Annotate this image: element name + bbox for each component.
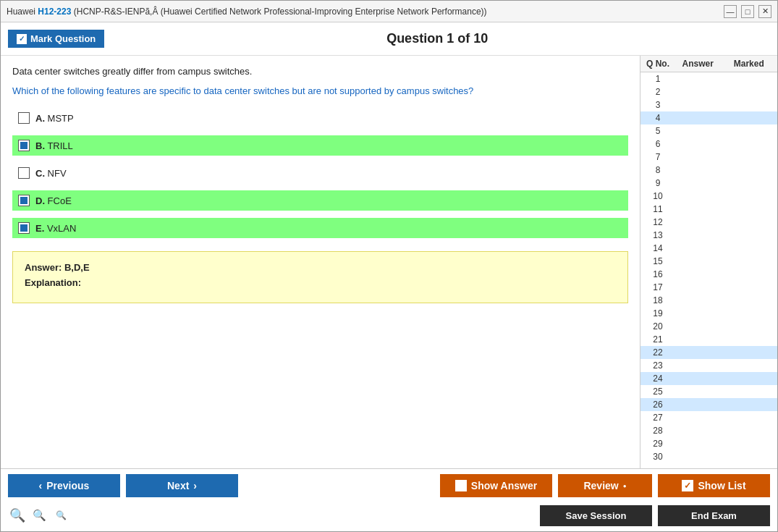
sidebar-row[interactable]: 6 [640, 138, 777, 151]
mark-icon [17, 34, 27, 44]
minimize-button[interactable]: — [724, 5, 737, 18]
sidebar-row-no: 27 [643, 413, 672, 423]
sidebar-row-no: 9 [643, 178, 672, 188]
checkbox-d[interactable] [18, 195, 30, 206]
sidebar-row[interactable]: 26 [640, 398, 777, 411]
sidebar-list[interactable]: 1234567891011121314151617181920212223242… [640, 72, 777, 468]
close-button[interactable]: ✕ [758, 5, 771, 18]
sidebar-row-no: 7 [643, 152, 672, 162]
sidebar-row-no: 4 [643, 113, 672, 123]
answer-box: Answer: B,D,E Explanation: [12, 251, 628, 303]
option-b-text: B. TRILL [35, 140, 73, 151]
review-button[interactable]: Review ● [558, 474, 652, 497]
option-c[interactable]: C. NFV [12, 163, 628, 183]
sidebar-row[interactable]: 2 [640, 85, 777, 98]
titlebar: Huawei H12-223 (HCNP-R&S-IENPã,Â (Huawei… [1, 1, 777, 22]
sidebar-row[interactable]: 23 [640, 359, 777, 372]
sidebar-row-no: 28 [643, 426, 672, 436]
checkbox-c[interactable] [18, 167, 30, 179]
sidebar-row-no: 22 [643, 347, 672, 358]
sidebar-row[interactable]: 21 [640, 333, 777, 346]
sidebar-row[interactable]: 16 [640, 268, 777, 281]
sidebar-row[interactable]: 5 [640, 124, 777, 138]
sidebar-row-no: 8 [643, 165, 672, 175]
save-session-label: Save Session [566, 510, 627, 521]
titlebar-code: H12-223 [38, 7, 71, 17]
sidebar-row[interactable]: 10 [640, 190, 777, 203]
zoom-out-button[interactable]: 🔍 [51, 506, 70, 525]
sidebar-row[interactable]: 25 [640, 385, 777, 398]
checkbox-e[interactable] [18, 222, 30, 234]
sidebar-col-qno: Q No. [643, 59, 672, 69]
sidebar-row[interactable]: 8 [640, 164, 777, 177]
sidebar-row-no: 13 [643, 230, 672, 240]
end-exam-button[interactable]: End Exam [658, 505, 770, 526]
next-button[interactable]: Next › [126, 474, 238, 497]
sidebar-row[interactable]: 15 [640, 255, 777, 268]
answer-text: Answer: B,D,E [25, 262, 616, 273]
question-panel: Data center switches greatly differ from… [1, 56, 640, 468]
sidebar-row-no: 24 [643, 373, 672, 384]
mark-question-button[interactable]: Mark Question [8, 30, 104, 48]
show-answer-label: Show Answer [471, 480, 537, 491]
sidebar-row-no: 30 [643, 452, 672, 462]
previous-button[interactable]: ‹ Previous [8, 474, 120, 497]
sidebar-row[interactable]: 12 [640, 216, 777, 229]
option-d-text: D. FCoE [35, 195, 72, 206]
main-content: Data center switches greatly differ from… [1, 56, 777, 468]
save-session-button[interactable]: Save Session [540, 505, 652, 526]
next-arrow-icon: › [193, 480, 197, 491]
question-text2: Which of the following features are spec… [12, 85, 628, 96]
sidebar-col-marked: Marked [724, 59, 775, 69]
checkbox-a[interactable] [18, 112, 30, 124]
show-list-label: Show List [698, 480, 745, 491]
zoom-controls: 🔍 🔍 🔍 [8, 506, 70, 525]
mark-question-label: Mark Question [30, 33, 96, 44]
sidebar-row[interactable]: 22 [640, 346, 777, 359]
sidebar-row[interactable]: 19 [640, 307, 777, 320]
sidebar-row[interactable]: 7 [640, 151, 777, 164]
option-c-text: C. NFV [35, 168, 67, 179]
sidebar-row[interactable]: 3 [640, 98, 777, 111]
nav-row: ‹ Previous Next › Show Answer Review ● ✓… [1, 469, 777, 502]
show-list-button[interactable]: ✓ Show List [658, 474, 770, 497]
sidebar-row[interactable]: 9 [640, 177, 777, 190]
sidebar-row[interactable]: 18 [640, 294, 777, 307]
action-row: 🔍 🔍 🔍 Save Session End Exam [1, 502, 777, 531]
sidebar-row[interactable]: 11 [640, 203, 777, 216]
sidebar-row[interactable]: 30 [640, 450, 777, 463]
sidebar-row[interactable]: 1 [640, 72, 777, 85]
option-e[interactable]: E. VxLAN [12, 218, 628, 238]
sidebar-row-no: 1 [643, 74, 672, 84]
previous-label: Previous [46, 480, 89, 491]
sidebar-row-no: 19 [643, 308, 672, 318]
option-b[interactable]: B. TRILL [12, 135, 628, 156]
sidebar-row-no: 23 [643, 360, 672, 371]
sidebar-row[interactable]: 27 [640, 411, 777, 424]
sidebar-row[interactable]: 13 [640, 229, 777, 242]
sidebar-row[interactable]: 29 [640, 437, 777, 450]
checkbox-b[interactable] [18, 140, 30, 151]
option-a-text: A. MSTP [35, 113, 74, 124]
sidebar-row[interactable]: 14 [640, 242, 777, 255]
show-answer-button[interactable]: Show Answer [440, 474, 552, 497]
question-title: Question 1 of 10 [104, 31, 770, 46]
review-dot-icon: ● [623, 483, 627, 489]
sidebar-row[interactable]: 28 [640, 424, 777, 437]
sidebar-row-no: 21 [643, 334, 672, 345]
sidebar-row-no: 11 [643, 204, 672, 214]
sidebar-row[interactable]: 4 [640, 111, 777, 124]
sidebar-row-no: 5 [643, 126, 672, 136]
restore-button[interactable]: □ [741, 5, 754, 18]
explanation-text: Explanation: [25, 277, 616, 288]
sidebar-row[interactable]: 17 [640, 281, 777, 294]
sidebar-row-no: 15 [643, 256, 672, 266]
sidebar-row[interactable]: 24 [640, 372, 777, 385]
option-d[interactable]: D. FCoE [12, 190, 628, 211]
question-text1: Data center switches greatly differ from… [12, 66, 628, 77]
zoom-in-button[interactable]: 🔍 [8, 506, 27, 525]
zoom-normal-button[interactable]: 🔍 [30, 506, 48, 525]
toolbar: Mark Question Question 1 of 10 [1, 22, 777, 56]
option-a[interactable]: A. MSTP [12, 108, 628, 128]
sidebar-row[interactable]: 20 [640, 320, 777, 333]
